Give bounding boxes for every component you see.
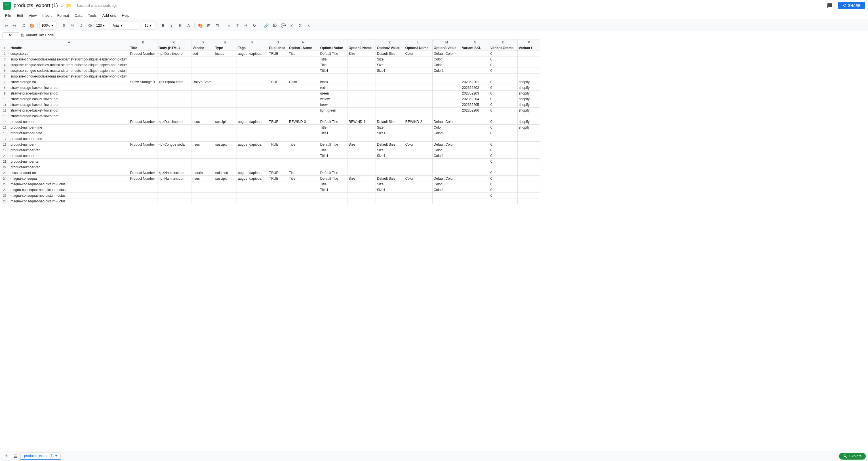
cell-O19[interactable]: 0 <box>489 147 517 153</box>
cell-I2[interactable]: Default Title <box>319 51 347 57</box>
cell-O5[interactable]: 0 <box>489 68 517 74</box>
cell-A10[interactable]: straw-storage-basket-flower-pot <box>9 96 129 102</box>
cell-I9[interactable]: green <box>319 91 347 96</box>
cell-M20[interactable]: Color1 <box>432 153 461 159</box>
cell-O22[interactable] <box>489 164 517 170</box>
sheet-container[interactable]: A B C D E F G H I J K L M N O P 1 <box>0 39 868 451</box>
cell-E16[interactable] <box>214 130 237 136</box>
cell-L18[interactable]: Color <box>404 142 432 147</box>
cell-E18[interactable]: suscipit <box>214 142 237 147</box>
cell-H19[interactable] <box>288 147 319 153</box>
cell-K19[interactable]: Size <box>376 147 404 153</box>
cell-L10[interactable] <box>404 96 432 102</box>
cell-O4[interactable]: 0 <box>489 62 517 68</box>
cell-P11[interactable]: shopify <box>517 102 540 108</box>
cell-F11[interactable] <box>237 102 268 108</box>
cell-O12[interactable]: 0 <box>489 108 517 113</box>
cell-J9[interactable] <box>347 91 376 96</box>
cell-G2[interactable]: TRUE <box>268 51 288 57</box>
cell-A6[interactable]: suspisse-congue-sodales-massa-sit-amet-e… <box>9 74 129 79</box>
cell-N25[interactable] <box>461 181 489 187</box>
cell-K12[interactable] <box>376 108 404 113</box>
cell-J12[interactable] <box>347 108 376 113</box>
cell-G19[interactable] <box>268 147 288 153</box>
cell-F26[interactable] <box>237 187 268 193</box>
cell-G3[interactable] <box>268 57 288 62</box>
cell-H27[interactable] <box>288 193 319 198</box>
cell-F3[interactable] <box>237 57 268 62</box>
cell-D24[interactable]: risus <box>191 176 214 181</box>
cell-G21[interactable] <box>268 159 288 164</box>
cell-I10[interactable]: yellow <box>319 96 347 102</box>
menu-format[interactable]: Format <box>55 12 72 19</box>
cell-G20[interactable] <box>268 153 288 159</box>
cell-J26[interactable] <box>347 187 376 193</box>
cell-H17[interactable] <box>288 136 319 142</box>
cell-B6[interactable] <box>129 74 157 79</box>
image-button[interactable]: 🖼 <box>271 22 279 30</box>
cell-D15[interactable] <box>191 125 214 130</box>
cell-M27[interactable] <box>432 193 461 198</box>
cell-D10[interactable] <box>191 96 214 102</box>
cell-E17[interactable] <box>214 136 237 142</box>
cell-L13[interactable] <box>404 113 432 119</box>
cell-C25[interactable] <box>157 181 191 187</box>
cell-E23[interactable]: euismod <box>214 170 237 176</box>
cell-C11[interactable] <box>157 102 191 108</box>
cell-D16[interactable] <box>191 130 214 136</box>
cell-L4[interactable] <box>404 62 432 68</box>
cell-B27[interactable] <box>129 193 157 198</box>
cell-K28[interactable] <box>376 198 404 204</box>
cell-M17[interactable] <box>432 136 461 142</box>
cell-B25[interactable] <box>129 181 157 187</box>
cell-K10[interactable] <box>376 96 404 102</box>
cell-I16[interactable]: Title1 <box>319 130 347 136</box>
cell-I24[interactable]: Default Title <box>319 176 347 181</box>
cell-H11[interactable] <box>288 102 319 108</box>
font-size-dropdown[interactable]: 10 ▾ <box>143 22 155 30</box>
cell-P15[interactable]: shopify <box>517 125 540 130</box>
cell-B24[interactable]: Product Number <box>129 176 157 181</box>
cell-B11[interactable] <box>129 102 157 108</box>
cell-B9[interactable] <box>129 91 157 96</box>
cell-E5[interactable] <box>214 68 237 74</box>
cell-I19[interactable]: Title <box>319 147 347 153</box>
cell-H20[interactable] <box>288 153 319 159</box>
cell-F7[interactable] <box>237 79 268 85</box>
cell-H13[interactable] <box>288 113 319 119</box>
cell-M26[interactable]: Color1 <box>432 187 461 193</box>
cell-F18[interactable]: augue, dapibus, <box>237 142 268 147</box>
paint-format-button[interactable]: 🎨 <box>28 22 36 30</box>
merge-button[interactable]: ⊡ <box>213 22 221 30</box>
cell-A14[interactable]: product-number- <box>9 119 129 125</box>
cell-F25[interactable] <box>237 181 268 187</box>
cell-I14[interactable]: Default Title <box>319 119 347 125</box>
cell-K7[interactable] <box>376 79 404 85</box>
cell-M3[interactable]: Color <box>432 57 461 62</box>
cell-L28[interactable] <box>404 198 432 204</box>
col-header-K[interactable]: K <box>376 39 404 45</box>
cell-H26[interactable] <box>288 187 319 193</box>
cell-M13[interactable] <box>432 113 461 119</box>
cell-D17[interactable] <box>191 136 214 142</box>
cell-D20[interactable] <box>191 153 214 159</box>
cell-M1[interactable]: Option3 Value <box>432 45 461 51</box>
cell-K22[interactable] <box>376 164 404 170</box>
cell-B16[interactable] <box>129 130 157 136</box>
cell-E4[interactable] <box>214 62 237 68</box>
cell-B20[interactable] <box>129 153 157 159</box>
cell-E28[interactable] <box>214 198 237 204</box>
cell-O13[interactable] <box>489 113 517 119</box>
col-header-B[interactable]: B <box>129 39 157 45</box>
cell-N17[interactable] <box>461 136 489 142</box>
cell-B13[interactable] <box>129 113 157 119</box>
cell-O14[interactable]: 0 <box>489 119 517 125</box>
borders-button[interactable]: ⊞ <box>205 22 213 30</box>
cell-J5[interactable] <box>347 68 376 74</box>
cell-F15[interactable] <box>237 125 268 130</box>
cell-K27[interactable] <box>376 193 404 198</box>
cell-M22[interactable] <box>432 164 461 170</box>
cell-L6[interactable] <box>404 74 432 79</box>
cell-N27[interactable] <box>461 193 489 198</box>
cell-F12[interactable] <box>237 108 268 113</box>
